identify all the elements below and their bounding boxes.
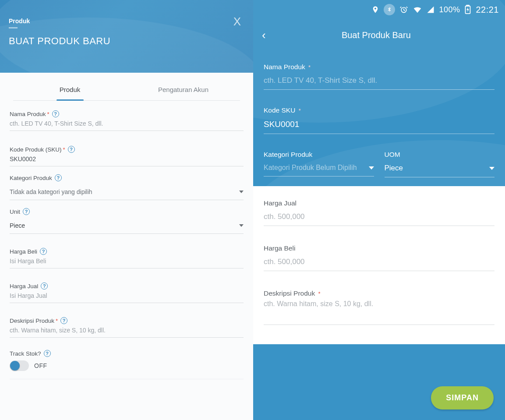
mobile-screen: 100% 22:21 ‹ Buat Produk Baru Nama Produ… bbox=[253, 0, 505, 420]
mobile-footer: SIMPAN bbox=[253, 375, 505, 420]
required-marker: * bbox=[47, 111, 49, 117]
field-kode-sku: Kode SKU * bbox=[264, 106, 494, 134]
modal-body: Produk Pengaturan Akun Nama Produk * ? K… bbox=[0, 81, 253, 392]
input-harga-beli[interactable] bbox=[264, 254, 494, 271]
select-uom-value: Piece bbox=[385, 164, 403, 173]
alarm-icon bbox=[399, 5, 408, 14]
required-marker: * bbox=[63, 146, 65, 153]
input-harga-jual[interactable] bbox=[264, 209, 494, 226]
select-uom[interactable]: Piece bbox=[385, 160, 495, 177]
label-harga-beli: Harga Beli bbox=[10, 248, 37, 255]
field-kategori: Kategori Produk ? Tidak ada kategori yan… bbox=[10, 174, 244, 200]
help-icon[interactable]: ? bbox=[52, 110, 59, 117]
location-icon bbox=[371, 6, 379, 14]
toggle-track-stok-value: OFF bbox=[34, 362, 47, 369]
help-icon[interactable]: ? bbox=[55, 174, 62, 181]
input-nama-produk[interactable] bbox=[264, 73, 494, 90]
label-harga-jual: Harga Jual bbox=[264, 199, 494, 207]
chevron-down-icon bbox=[239, 224, 244, 227]
page-title: BUAT PRODUK BARU bbox=[9, 35, 244, 47]
field-unit: Unit ? Piece bbox=[10, 208, 244, 234]
field-harga-jual: Harga Jual ? bbox=[10, 282, 244, 303]
label-kategori: Kategori Produk bbox=[10, 175, 52, 181]
required-marker: * bbox=[318, 290, 320, 297]
select-unit-value: Piece bbox=[10, 222, 25, 229]
status-bar: 100% 22:21 bbox=[253, 0, 505, 19]
field-deskripsi: Deskripsi Produk * ? bbox=[10, 317, 244, 338]
chevron-down-icon bbox=[239, 191, 244, 193]
required-marker: * bbox=[56, 318, 58, 324]
chevron-down-icon bbox=[369, 166, 374, 169]
field-nama-produk: Nama Produk * ? bbox=[10, 110, 244, 131]
tab-bar: Produk Pengaturan Akun bbox=[13, 81, 240, 101]
tab-pengaturan-akun[interactable]: Pengaturan Akun bbox=[127, 81, 240, 100]
help-icon[interactable]: ? bbox=[40, 248, 47, 255]
label-deskripsi: Deskripsi Produk bbox=[10, 318, 54, 324]
field-harga-beli: Harga Beli bbox=[264, 244, 494, 271]
page-title: Buat Produk Baru bbox=[256, 30, 496, 40]
field-track-stok: Track Stok? ? OFF bbox=[10, 350, 244, 379]
input-nama-produk[interactable] bbox=[10, 118, 244, 131]
modal-header: Produk BUAT PRODUK BARU X bbox=[0, 0, 253, 73]
input-deskripsi[interactable] bbox=[264, 297, 494, 325]
label-uom: UOM bbox=[385, 151, 495, 159]
select-unit[interactable]: Piece bbox=[10, 218, 244, 234]
tab-produk[interactable]: Produk bbox=[13, 81, 127, 100]
select-kategori[interactable]: Tidak ada kategori yang dipilih bbox=[10, 184, 244, 200]
label-deskripsi: Deskripsi Produk bbox=[264, 289, 315, 297]
required-marker: * bbox=[299, 107, 301, 114]
field-uom: UOM Piece bbox=[385, 151, 495, 177]
input-deskripsi[interactable] bbox=[10, 325, 244, 338]
toggle-knob bbox=[10, 361, 20, 371]
toggle-track-stok[interactable] bbox=[10, 360, 29, 371]
label-nama-produk: Nama Produk bbox=[264, 63, 305, 71]
help-icon[interactable]: ? bbox=[41, 282, 48, 289]
label-harga-jual: Harga Jual bbox=[10, 283, 38, 289]
label-unit: Unit bbox=[10, 208, 20, 215]
select-kategori[interactable]: Kategori Produk Belum Dipilih bbox=[264, 160, 374, 176]
close-icon[interactable]: X bbox=[233, 15, 241, 28]
field-harga-jual: Harga Jual bbox=[264, 199, 494, 226]
select-kategori-value: Tidak ada kategori yang dipilih bbox=[10, 188, 92, 195]
field-kategori: Kategori Produk Kategori Produk Belum Di… bbox=[264, 151, 374, 177]
input-harga-jual[interactable] bbox=[10, 290, 244, 303]
wifi-icon bbox=[413, 5, 422, 14]
required-marker: * bbox=[308, 64, 311, 71]
label-harga-beli: Harga Beli bbox=[264, 244, 494, 252]
chevron-down-icon bbox=[489, 167, 494, 170]
mobile-form-bottom: Harga Jual Harga Beli Deskripsi Produk * bbox=[253, 186, 505, 344]
field-nama-produk: Nama Produk * bbox=[264, 63, 494, 90]
clock-time: 22:21 bbox=[476, 5, 499, 15]
battery-charging-icon bbox=[464, 5, 471, 14]
field-harga-beli: Harga Beli ? bbox=[10, 248, 244, 268]
field-deskripsi: Deskripsi Produk * bbox=[264, 289, 494, 327]
input-kode-sku[interactable] bbox=[10, 154, 244, 166]
breadcrumb: Produk bbox=[9, 18, 244, 28]
bluetooth-icon bbox=[384, 4, 395, 15]
help-icon[interactable]: ? bbox=[60, 317, 67, 324]
desktop-modal: Produk BUAT PRODUK BARU X Produk Pengatu… bbox=[0, 0, 253, 420]
save-button[interactable]: SIMPAN bbox=[431, 386, 494, 409]
row-kategori-uom: Kategori Produk Kategori Produk Belum Di… bbox=[264, 151, 494, 177]
help-icon[interactable]: ? bbox=[68, 146, 75, 153]
help-icon[interactable]: ? bbox=[23, 208, 30, 215]
help-icon[interactable]: ? bbox=[44, 350, 51, 357]
label-kode-sku: Kode Produk (SKU) bbox=[10, 146, 62, 153]
battery-percentage: 100% bbox=[439, 5, 460, 14]
svg-rect-2 bbox=[467, 5, 470, 6]
select-kategori-placeholder: Kategori Produk Belum Dipilih bbox=[264, 164, 357, 172]
field-kode-sku: Kode Produk (SKU) * ? bbox=[10, 146, 244, 166]
input-harga-beli[interactable] bbox=[10, 256, 244, 268]
signal-icon bbox=[427, 6, 434, 14]
label-kategori: Kategori Produk bbox=[264, 151, 374, 159]
label-kode-sku: Kode SKU bbox=[264, 106, 295, 114]
label-nama-produk: Nama Produk bbox=[10, 111, 46, 117]
mobile-form-top: Nama Produk * Kode SKU * Kategori Produk… bbox=[253, 51, 505, 186]
label-track-stok: Track Stok? bbox=[10, 350, 41, 357]
input-kode-sku[interactable] bbox=[264, 116, 494, 134]
mobile-header: ‹ Buat Produk Baru bbox=[253, 19, 505, 51]
